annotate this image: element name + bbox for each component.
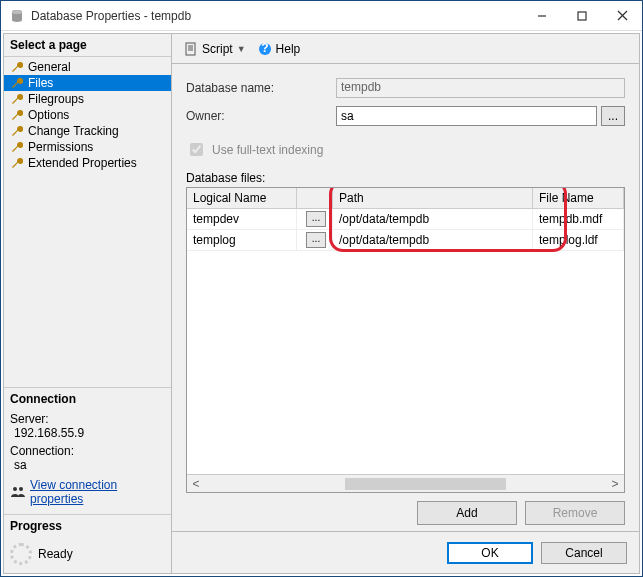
col-spacer xyxy=(297,188,333,208)
owner-browse-button[interactable]: ... xyxy=(601,106,625,126)
remove-button: Remove xyxy=(525,501,625,525)
page-item-files[interactable]: Files xyxy=(4,75,171,91)
progress-status: Ready xyxy=(38,547,73,561)
page-list: GeneralFilesFilegroupsOptionsChange Trac… xyxy=(4,57,171,173)
progress-section: Progress Ready xyxy=(4,514,171,573)
sidebar: Select a page GeneralFilesFilegroupsOpti… xyxy=(4,34,172,573)
help-icon: ? xyxy=(258,42,272,56)
scroll-thumb[interactable] xyxy=(345,478,505,490)
connection-label: Connection: xyxy=(10,444,165,458)
view-connection-properties-link[interactable]: View connection properties xyxy=(30,478,165,506)
people-icon xyxy=(10,486,26,498)
cell-browse[interactable]: ... xyxy=(297,230,333,250)
files-label: Database files: xyxy=(186,171,625,185)
svg-point-1 xyxy=(12,10,22,14)
svg-rect-8 xyxy=(186,43,195,55)
grid-header: Logical Name Path File Name xyxy=(187,188,624,209)
chevron-down-icon: ▼ xyxy=(237,44,246,54)
scroll-right-icon[interactable]: > xyxy=(606,477,624,491)
progress-ring-icon xyxy=(10,543,32,565)
dbname-field: tempdb xyxy=(336,78,625,98)
owner-label: Owner: xyxy=(186,109,336,123)
cell-filename[interactable]: tempdb.mdf xyxy=(533,209,624,229)
ok-button[interactable]: OK xyxy=(447,542,533,564)
connection-section: Connection Server: 192.168.55.9 Connecti… xyxy=(4,387,171,514)
wrench-icon xyxy=(10,140,24,154)
window-title: Database Properties - tempdb xyxy=(31,9,522,23)
svg-point-7 xyxy=(19,487,23,491)
table-row[interactable]: templog.../opt/data/tempdbtemplog.ldf xyxy=(187,230,624,251)
wrench-icon xyxy=(10,92,24,106)
scroll-left-icon[interactable]: < xyxy=(187,477,205,491)
cell-browse[interactable]: ... xyxy=(297,209,333,229)
page-item-options[interactable]: Options xyxy=(4,107,171,123)
ellipsis-button[interactable]: ... xyxy=(306,211,326,227)
fulltext-checkbox xyxy=(190,143,203,156)
connection-header: Connection xyxy=(10,392,165,406)
help-label: Help xyxy=(276,42,301,56)
page-item-extended-properties[interactable]: Extended Properties xyxy=(4,155,171,171)
cell-filename[interactable]: templog.ldf xyxy=(533,230,624,250)
close-button[interactable] xyxy=(602,2,642,30)
files-grid[interactable]: Logical Name Path File Name tempdev.../o… xyxy=(186,187,625,493)
page-item-label: Options xyxy=(28,108,69,122)
wrench-icon xyxy=(10,108,24,122)
page-item-label: Files xyxy=(28,76,53,90)
page-item-label: Filegroups xyxy=(28,92,84,106)
dialog-window: Database Properties - tempdb Select a pa… xyxy=(0,0,643,577)
dbname-label: Database name: xyxy=(186,81,336,95)
page-item-label: Permissions xyxy=(28,140,93,154)
table-row[interactable]: tempdev.../opt/data/tempdbtempdb.mdf xyxy=(187,209,624,230)
database-icon xyxy=(9,8,25,24)
toolbar: Script ▼ ? Help xyxy=(172,34,639,64)
svg-point-6 xyxy=(13,487,17,491)
col-logical-name[interactable]: Logical Name xyxy=(187,188,297,208)
dialog-footer: OK Cancel xyxy=(172,531,639,573)
page-item-general[interactable]: General xyxy=(4,59,171,75)
server-value: 192.168.55.9 xyxy=(14,426,165,440)
cell-path[interactable]: /opt/data/tempdb xyxy=(333,209,533,229)
wrench-icon xyxy=(10,60,24,74)
wrench-icon xyxy=(10,156,24,170)
server-label: Server: xyxy=(10,412,165,426)
col-path[interactable]: Path xyxy=(333,188,533,208)
scroll-track[interactable] xyxy=(205,477,606,491)
svg-text:?: ? xyxy=(261,42,268,55)
wrench-icon xyxy=(10,76,24,90)
owner-field[interactable] xyxy=(336,106,597,126)
script-button[interactable]: Script ▼ xyxy=(180,40,250,58)
cancel-button[interactable]: Cancel xyxy=(541,542,627,564)
minimize-button[interactable] xyxy=(522,2,562,30)
titlebar: Database Properties - tempdb xyxy=(1,1,642,31)
page-item-change-tracking[interactable]: Change Tracking xyxy=(4,123,171,139)
help-button[interactable]: ? Help xyxy=(254,40,305,58)
script-icon xyxy=(184,42,198,56)
cell-logical[interactable]: templog xyxy=(187,230,297,250)
connection-value: sa xyxy=(14,458,165,472)
page-item-label: General xyxy=(28,60,71,74)
cell-logical[interactable]: tempdev xyxy=(187,209,297,229)
horizontal-scrollbar[interactable]: < > xyxy=(187,474,624,492)
cell-path[interactable]: /opt/data/tempdb xyxy=(333,230,533,250)
main-panel: Script ▼ ? Help Database name: tempdb Ow… xyxy=(172,34,639,573)
page-item-label: Change Tracking xyxy=(28,124,119,138)
sidebar-header: Select a page xyxy=(4,34,171,57)
wrench-icon xyxy=(10,124,24,138)
page-item-label: Extended Properties xyxy=(28,156,137,170)
maximize-button[interactable] xyxy=(562,2,602,30)
svg-rect-3 xyxy=(578,12,586,20)
add-button[interactable]: Add xyxy=(417,501,517,525)
col-file-name[interactable]: File Name xyxy=(533,188,624,208)
ellipsis-button[interactable]: ... xyxy=(306,232,326,248)
script-label: Script xyxy=(202,42,233,56)
progress-header: Progress xyxy=(10,519,165,533)
page-item-filegroups[interactable]: Filegroups xyxy=(4,91,171,107)
fulltext-label: Use full-text indexing xyxy=(212,143,323,157)
page-item-permissions[interactable]: Permissions xyxy=(4,139,171,155)
